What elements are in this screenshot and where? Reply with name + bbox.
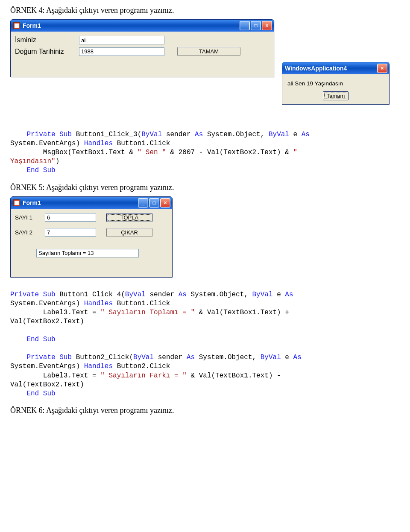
label-isminiz: İsminiz (15, 36, 79, 44)
tamam-button[interactable]: TAMAM (177, 47, 240, 56)
textbox-isminiz[interactable] (79, 36, 164, 44)
msgbox-close-button[interactable]: × (377, 64, 387, 73)
example-5-screenshot: Form1 _ □ × SAYI 1 TOPLA SAYI 2 ÇIKAR (10, 196, 400, 286)
label-dogum-tarihiniz: Doğum Tarihiniz (15, 48, 79, 56)
minimize-button[interactable]: _ (138, 198, 148, 208)
form1-title: Form1 (23, 22, 41, 29)
label3-result (36, 249, 139, 257)
form2-title: Form1 (23, 199, 41, 206)
form1-window: Form1 _ □ × İsminiz Doğum Tarihiniz TAMA… (10, 19, 274, 77)
example-4-screenshots: Form1 _ □ × İsminiz Doğum Tarihiniz TAMA… (10, 19, 400, 126)
msgbox-titlebar: WindowsApplication4 × (282, 62, 389, 74)
msgbox-window: WindowsApplication4 × ali Sen 19 Yaşında… (282, 62, 390, 105)
msgbox-ok-button[interactable]: Tamam (323, 91, 349, 100)
label-sayi1: SAYI 1 (15, 214, 45, 221)
topla-button[interactable]: TOPLA (106, 213, 152, 222)
close-button[interactable]: × (262, 21, 272, 30)
msgbox-body: ali Sen 19 Yaşındasın Tamam (282, 74, 389, 104)
heading-ornek-6: ÖRNEK 6: Aşağıdaki çıktıyı veren program… (10, 406, 400, 415)
form1-titlebar: Form1 _ □ × (11, 20, 274, 32)
form-icon (13, 199, 20, 206)
close-button[interactable]: × (160, 198, 170, 208)
textbox-dogum-tarihiniz[interactable] (79, 47, 164, 56)
code-block-ornek-5: Private Sub Button1_Click_4(ByVal sender… (10, 290, 400, 398)
maximize-button[interactable]: □ (251, 21, 261, 30)
form2-window: Form1 _ □ × SAYI 1 TOPLA SAYI 2 ÇIKAR (10, 196, 173, 278)
form2-body: SAYI 1 TOPLA SAYI 2 ÇIKAR (11, 209, 172, 277)
heading-ornek-5: ÖRNEK 5: Aşağıdaki çıktıyı veren program… (10, 183, 400, 192)
msgbox-text: ali Sen 19 Yaşındasın (287, 78, 385, 93)
code-block-ornek-4: Private Sub Button1_Click_3(ByVal sender… (10, 130, 400, 175)
label-sayi2: SAYI 2 (15, 229, 45, 236)
heading-ornek-4: ÖRNEK 4: Aşağıdaki çıktıyı veren program… (10, 6, 400, 15)
cikar-button[interactable]: ÇIKAR (106, 228, 152, 237)
minimize-button[interactable]: _ (240, 21, 250, 30)
form2-titlebar: Form1 _ □ × (11, 197, 172, 209)
msgbox-title: WindowsApplication4 (285, 65, 347, 72)
form1-body: İsminiz Doğum Tarihiniz TAMAM (11, 32, 274, 77)
textbox-sayi2[interactable] (45, 228, 96, 237)
maximize-button[interactable]: □ (149, 198, 159, 208)
form-icon (13, 22, 20, 29)
textbox-sayi1[interactable] (45, 213, 96, 222)
